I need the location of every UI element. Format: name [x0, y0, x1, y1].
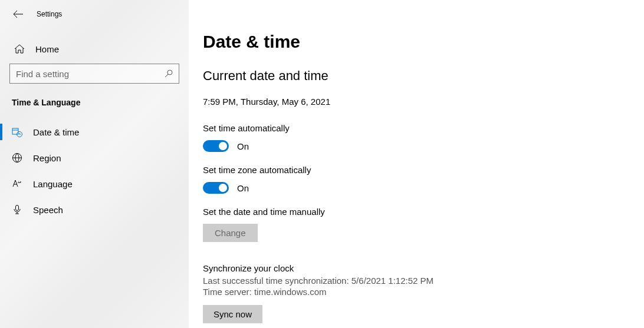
section-current: Current date and time [203, 68, 644, 84]
microphone-icon [12, 204, 22, 215]
auto-tz-state: On [237, 183, 249, 193]
svg-rect-4 [16, 206, 19, 211]
sidebar: Settings Home Find a setting Time & Lang… [0, 0, 189, 328]
page-title: Date & time [203, 32, 644, 52]
auto-tz-label: Set time zone automatically [203, 165, 644, 175]
nav-item-region[interactable]: Region [0, 145, 189, 171]
language-icon [12, 178, 22, 189]
auto-time-toggle[interactable] [203, 140, 229, 152]
search-placeholder: Find a setting [16, 69, 165, 79]
sync-last: Last successful time synchronization: 5/… [203, 276, 644, 286]
nav-label: Region [33, 153, 61, 163]
svg-point-0 [167, 70, 172, 75]
search-icon [165, 69, 173, 78]
home-button[interactable]: Home [0, 38, 189, 60]
nav-item-speech[interactable]: Speech [0, 197, 189, 223]
svg-rect-1 [12, 128, 18, 134]
sync-server: Time server: time.windows.com [203, 287, 644, 297]
auto-tz-toggle[interactable] [203, 182, 229, 194]
change-button: Change [203, 224, 258, 242]
current-datetime: 7:59 PM, Thursday, May 6, 2021 [203, 97, 644, 107]
nav-label: Speech [33, 205, 63, 215]
sync-now-button[interactable]: Sync now [203, 305, 262, 323]
calendar-clock-icon [12, 127, 22, 137]
content: Date & time Current date and time 7:59 P… [203, 32, 644, 323]
nav-label: Date & time [33, 127, 79, 137]
back-icon[interactable] [13, 10, 24, 18]
sync-heading: Synchronize your clock [203, 263, 644, 273]
search-input[interactable]: Find a setting [9, 64, 179, 84]
nav-item-date-time[interactable]: Date & time [0, 119, 189, 145]
home-icon [14, 44, 25, 54]
globe-icon [12, 153, 22, 163]
window-title: Settings [37, 10, 62, 18]
nav-item-language[interactable]: Language [0, 171, 189, 197]
titlebar: Settings [0, 0, 189, 28]
auto-time-state: On [237, 141, 249, 151]
nav-list: Date & time Region Language [0, 119, 189, 223]
category-title: Time & Language [0, 98, 189, 107]
nav-label: Language [33, 179, 73, 189]
manual-label: Set the date and time manually [203, 207, 644, 217]
auto-time-label: Set time automatically [203, 123, 644, 133]
home-label: Home [35, 44, 59, 54]
